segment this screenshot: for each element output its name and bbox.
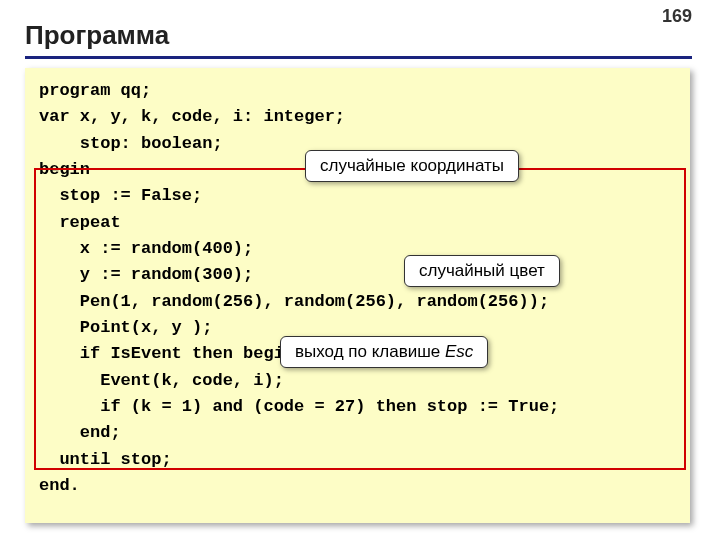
callout-coords: случайные координаты (305, 150, 519, 182)
callout-color: случайный цвет (404, 255, 560, 287)
callout-esc-prefix: выход по клавише (295, 342, 445, 361)
page-number: 169 (662, 6, 692, 27)
code-listing: program qq; var x, y, k, code, i: intege… (39, 78, 676, 500)
title-underline (25, 56, 692, 59)
callout-esc-em: Esc (445, 342, 473, 361)
page-title: Программа (25, 20, 169, 51)
code-box: program qq; var x, y, k, code, i: intege… (25, 68, 690, 523)
callout-esc: выход по клавише Esc (280, 336, 488, 368)
